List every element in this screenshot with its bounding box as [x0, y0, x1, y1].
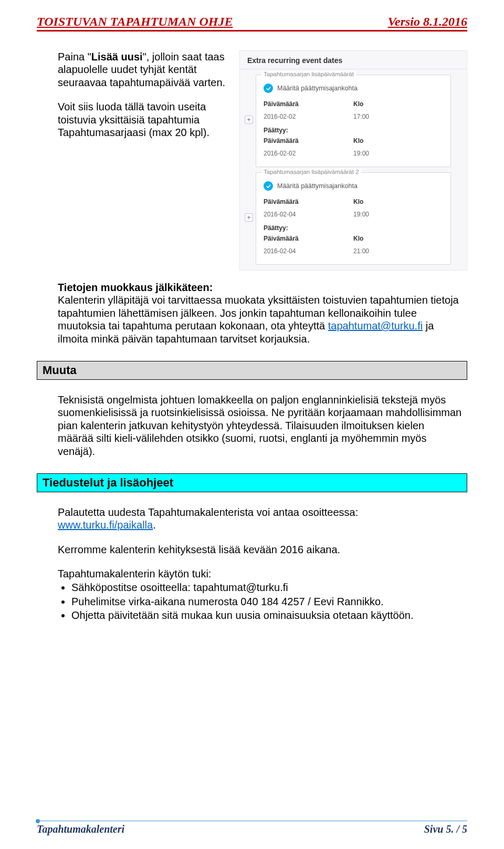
- date-value[interactable]: 2016-02-04: [264, 208, 353, 221]
- muuta-text: Teknisistä ongelmista johtuen lomakkeell…: [58, 394, 462, 458]
- tiedustelut-block: Palautetta uudesta Tapahtumakalenterista…: [37, 506, 467, 622]
- date-value[interactable]: 2016-02-04: [264, 244, 353, 258]
- expand-button[interactable]: +: [245, 213, 253, 222]
- check-icon: [264, 84, 273, 93]
- page-footer: Tapahtumakalenteri Sivu 5. / 5: [37, 820, 467, 835]
- col-time-label: Klo: [353, 135, 443, 147]
- col-time-label: Klo: [353, 233, 443, 244]
- date-group-2: Tapahtumasarjan lisäpäivämäärät 2 + Määr…: [256, 172, 451, 265]
- footer-left: Tapahtumakalenteri: [37, 823, 124, 835]
- header-title-left: TOISTUVAN TAPAHTUMAN OHJE: [37, 15, 233, 29]
- list-item: Ohjetta päivitetään sitä mukaa kun uusia…: [71, 609, 462, 622]
- extra-dates-panel: Extra recurring event dates Tapahtumasar…: [239, 50, 467, 271]
- group-legend: Tapahtumasarjan lisäpäivämäärät: [261, 71, 356, 77]
- col-date-label: Päivämäärä: [264, 233, 353, 244]
- col-date-label: Päivämäärä: [264, 196, 353, 208]
- panel-title: Extra recurring event dates: [240, 51, 467, 69]
- date-group-1: Tapahtumasarjan lisäpäivämäärät + Määrit…: [256, 75, 451, 167]
- checkbox-label: Määritä päättymisajankohta: [277, 182, 358, 190]
- end-time-checkbox[interactable]: Määritä päättymisajankohta: [264, 84, 443, 93]
- ends-label: Päättyy:: [264, 224, 443, 232]
- time-value[interactable]: 19:00: [353, 208, 443, 221]
- expand-button[interactable]: +: [245, 116, 253, 124]
- intro-p1b: Lisää uusi: [91, 51, 143, 63]
- header-title-right: Versio 8.1.2016: [388, 15, 467, 29]
- end-time-checkbox[interactable]: Määritä päättymisajankohta: [264, 181, 443, 191]
- col-date-label: Päivämäärä: [264, 135, 353, 147]
- check-icon: [264, 181, 273, 191]
- email-link[interactable]: tapahtumat@turku.fi: [328, 320, 423, 332]
- tied-p1b: .: [153, 519, 156, 531]
- support-list: Sähköpostitse osoitteella: tapahtumat@tu…: [58, 581, 462, 622]
- footer-right: Sivu 5. / 5: [424, 823, 467, 835]
- col-date-label: Päivämäärä: [264, 98, 353, 110]
- footer-dot-icon: [36, 819, 40, 823]
- muuta-block: Teknisistä ongelmista johtuen lomakkeell…: [37, 394, 467, 458]
- date-value[interactable]: 2016-02-02: [264, 147, 353, 160]
- tied-p2: Kerromme kalenterin kehityksestä lisää k…: [58, 543, 462, 556]
- tied-p1a: Palautetta uudesta Tapahtumakalenterista…: [58, 506, 358, 518]
- list-item: Sähköpostitse osoitteella: tapahtumat@tu…: [71, 581, 462, 594]
- section-heading-muuta: Muuta: [37, 361, 467, 380]
- group-legend: Tapahtumasarjan lisäpäivämäärät 2: [261, 169, 361, 175]
- checkbox-label: Määritä päättymisajankohta: [277, 85, 358, 92]
- intro-p2: Voit siis luoda tällä tavoin useita tois…: [58, 100, 226, 139]
- time-value[interactable]: 19:00: [353, 147, 443, 160]
- section-heading-tiedustelut: Tiedustelut ja lisäohjeet: [37, 473, 467, 492]
- url-link[interactable]: www.turku.fi/paikalla: [58, 519, 153, 531]
- col-time-label: Klo: [353, 98, 443, 110]
- intro-text: Paina "Lisää uusi", jolloin saat taas al…: [37, 50, 231, 271]
- edit-info-block: Tietojen muokkaus jälkikäteen: Kalenteri…: [37, 281, 467, 345]
- list-item: Puhelimitse virka-aikana numerosta 040 1…: [71, 595, 462, 608]
- col-time-label: Klo: [353, 196, 443, 208]
- tied-p3: Tapahtumakalenterin käytön tuki:: [58, 567, 462, 580]
- time-value[interactable]: 21:00: [353, 244, 443, 258]
- page-header: TOISTUVAN TAPAHTUMAN OHJE Versio 8.1.201…: [37, 15, 467, 32]
- date-value[interactable]: 2016-02-02: [264, 110, 353, 123]
- intro-p1a: Paina ": [58, 51, 91, 63]
- time-value[interactable]: 17:00: [353, 110, 443, 123]
- ends-label: Päättyy:: [264, 127, 443, 134]
- edit-heading: Tietojen muokkaus jälkikäteen:: [58, 282, 213, 293]
